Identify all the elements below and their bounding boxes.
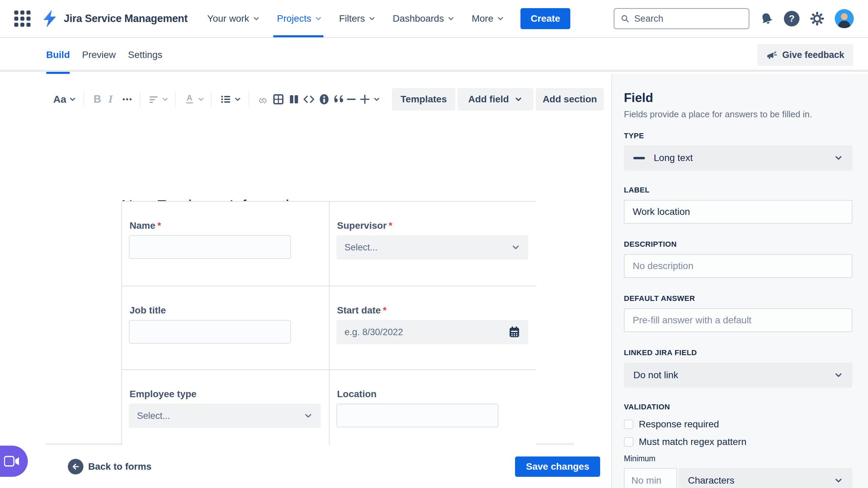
tab-preview[interactable]: Preview: [82, 38, 116, 72]
nav-filters[interactable]: Filters: [339, 13, 376, 24]
panel-subtitle: Fields provide a place for answers to be…: [624, 109, 852, 120]
quote-icon[interactable]: [333, 94, 344, 105]
chevron-down-icon: [253, 15, 260, 22]
app-switcher-icon[interactable]: [14, 11, 31, 27]
form-cell-supervisor: Supervisor* Select...: [330, 202, 536, 286]
required-asterisk: *: [389, 220, 392, 231]
validation-section-label: VALIDATION: [624, 403, 670, 411]
regex-pattern-checkbox[interactable]: [624, 437, 633, 447]
link-icon[interactable]: [257, 94, 269, 105]
field-label: Employee type: [130, 389, 322, 400]
jira-logo-icon[interactable]: [41, 9, 59, 28]
location-input[interactable]: [336, 404, 498, 427]
alignment-dropdown[interactable]: [149, 94, 169, 104]
back-to-forms-button[interactable]: Back to forms: [68, 459, 152, 474]
name-input[interactable]: [129, 235, 291, 259]
notifications-bell-icon[interactable]: [760, 12, 774, 26]
checkbox-label: Must match regex pattern: [639, 436, 746, 447]
search-icon: [620, 14, 630, 24]
job-title-input[interactable]: [129, 320, 291, 344]
nav-more[interactable]: More: [472, 13, 504, 24]
help-icon[interactable]: ?: [784, 11, 800, 26]
avatar[interactable]: [835, 9, 854, 28]
response-required-checkbox[interactable]: [624, 420, 633, 429]
minimum-value-input[interactable]: [624, 468, 677, 488]
global-search[interactable]: [614, 8, 749, 29]
employee-type-select[interactable]: Select...: [129, 404, 321, 428]
layout-columns-icon[interactable]: [288, 94, 300, 105]
video-camera-icon: [4, 455, 20, 467]
type-section-label: TYPE: [624, 131, 644, 140]
chevron-down-icon: [514, 95, 522, 103]
search-input[interactable]: [634, 14, 743, 24]
give-feedback-button[interactable]: Give feedback: [757, 44, 853, 66]
field-label: Name*: [130, 220, 322, 231]
minimum-unit-select[interactable]: Characters: [678, 468, 852, 488]
calendar-icon: [509, 326, 520, 338]
validation-row: Response required: [624, 419, 852, 430]
chevron-down-icon: [834, 476, 843, 485]
list-dropdown[interactable]: [220, 94, 241, 105]
default-answer-input[interactable]: [624, 308, 852, 332]
field-label-input[interactable]: [624, 200, 852, 224]
chevron-down-icon: [234, 96, 241, 103]
nav-dashboards[interactable]: Dashboards: [393, 13, 455, 24]
chevron-down-icon: [69, 96, 76, 103]
nav-projects[interactable]: Projects: [277, 13, 322, 24]
projects-active-indicator: [273, 35, 323, 37]
minimum-row: Characters: [624, 468, 852, 488]
chevron-down-icon: [315, 15, 322, 22]
bullet-list-icon: [220, 94, 231, 105]
table-icon[interactable]: [273, 94, 284, 105]
plus-icon: [359, 94, 370, 105]
chevron-down-icon: [511, 243, 520, 252]
field-label: Job title: [130, 305, 322, 316]
linked-jira-field-select[interactable]: Do not link: [624, 363, 852, 388]
text-style-dropdown[interactable]: Aa: [53, 94, 76, 105]
code-icon[interactable]: [303, 94, 315, 105]
panel-title: Field: [624, 91, 852, 105]
form-editor-tabbar: Build Preview Settings Give feedback: [0, 38, 868, 72]
supervisor-select[interactable]: Select...: [336, 235, 528, 260]
chevron-down-icon: [834, 371, 843, 380]
form-cell-employee-type: Employee type Select...: [122, 370, 329, 445]
info-panel-icon[interactable]: [318, 93, 330, 105]
tab-build[interactable]: Build: [46, 38, 70, 72]
chevron-down-icon: [304, 411, 313, 420]
chevron-down-icon: [368, 15, 376, 22]
nav-your-work[interactable]: Your work: [207, 13, 260, 24]
create-button[interactable]: Create: [520, 8, 570, 29]
more-formatting-icon[interactable]: [121, 94, 133, 105]
field-description-input[interactable]: [624, 254, 852, 278]
insert-plus-dropdown[interactable]: [359, 94, 380, 105]
form-cell-location: Location: [330, 370, 536, 445]
save-changes-button[interactable]: Save changes: [515, 456, 600, 477]
default-answer-section-label: DEFAULT ANSWER: [624, 294, 695, 303]
megaphone-icon: [766, 49, 777, 61]
chevron-down-icon: [161, 96, 169, 103]
bold-button[interactable]: B: [94, 93, 101, 105]
chevron-down-icon: [373, 96, 380, 103]
description-section-label: DESCRIPTION: [624, 240, 677, 248]
required-asterisk: *: [157, 220, 161, 231]
form-cell-start-date: Start date* e.g. 8/30/2022: [330, 286, 536, 369]
add-field-dropdown[interactable]: Add field: [457, 88, 533, 110]
field-type-select[interactable]: Long text: [624, 145, 852, 170]
text-color-icon: A: [184, 94, 195, 105]
top-navigation: Jira Service Management Your work Projec…: [0, 0, 868, 38]
field-label: Supervisor*: [337, 220, 530, 231]
settings-gear-icon[interactable]: [810, 11, 825, 26]
form-field-grid: Name* Supervisor* Select... Job title St…: [121, 201, 536, 445]
italic-button[interactable]: I: [108, 93, 113, 105]
add-section-button[interactable]: Add section: [536, 88, 604, 110]
divider-rule-icon[interactable]: [346, 94, 357, 105]
editor-toolbar: Aa B I A: [0, 88, 611, 110]
minimum-label: Minimum: [624, 454, 655, 463]
templates-button[interactable]: Templates: [392, 88, 455, 110]
field-label: Location: [337, 389, 530, 400]
linked-jira-field-section-label: LINKED JIRA FIELD: [624, 348, 697, 357]
tab-settings[interactable]: Settings: [128, 38, 162, 72]
form-cell-job-title: Job title: [122, 286, 329, 369]
start-date-input[interactable]: e.g. 8/30/2022: [336, 320, 528, 344]
text-color-dropdown[interactable]: A: [184, 94, 205, 105]
